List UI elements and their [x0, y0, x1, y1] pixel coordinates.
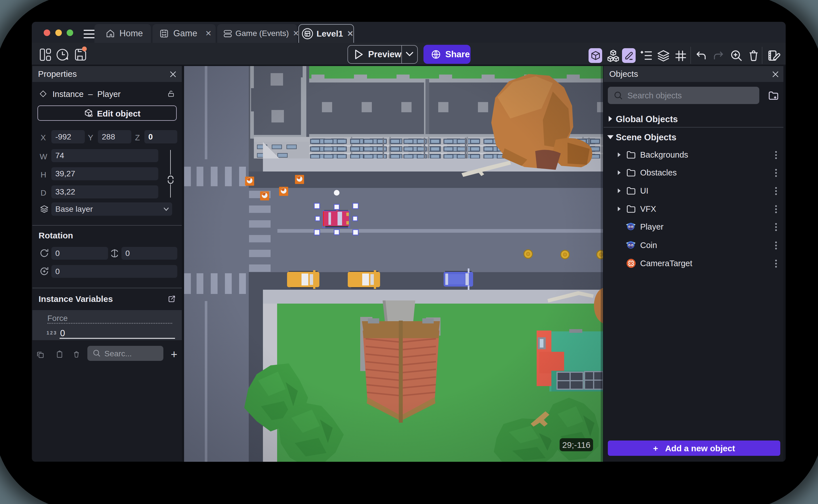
svg-text:3D: 3D [89, 114, 93, 117]
